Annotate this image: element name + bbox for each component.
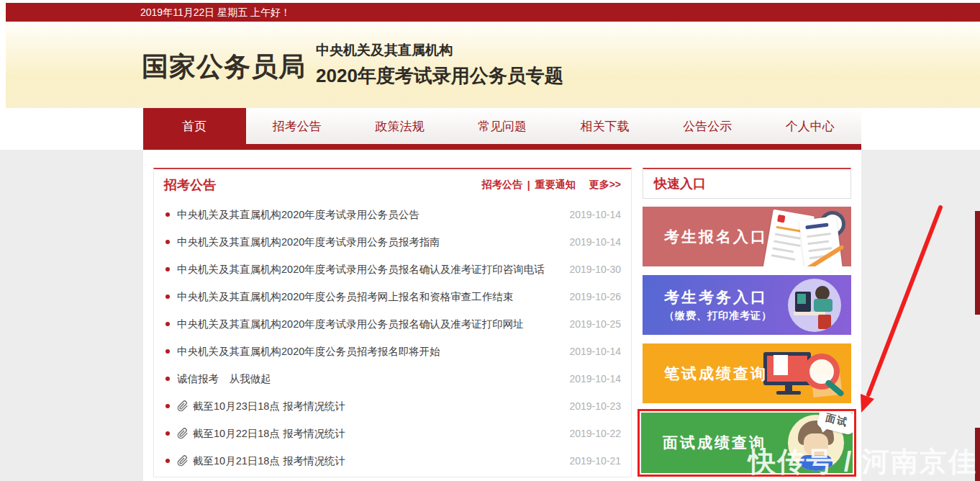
quick-entry-title: 快速入口 bbox=[654, 175, 706, 192]
filter-link-recruit[interactable]: 招考公告 bbox=[482, 179, 522, 192]
paperclip-icon bbox=[177, 455, 189, 467]
paperclip-icon bbox=[177, 400, 189, 412]
announcement-date: 2019-10-22 bbox=[569, 428, 621, 439]
announcement-row: 中央机关及其直属机构2020年度公务员招考网上报名和资格审查工作结束 2019-… bbox=[154, 283, 631, 310]
header-subtitle-line1: 中央机关及其直属机构 bbox=[316, 41, 453, 60]
date-greeting: 2019年11月22日 星期五 上午好！ bbox=[140, 3, 291, 22]
bullet-dot bbox=[165, 267, 170, 271]
header-subtitle-line2: 2020年度考试录用公务员专题 bbox=[316, 63, 563, 89]
announcement-date: 2019-10-21 bbox=[569, 455, 621, 467]
site-logo-text: 国家公务员局 bbox=[142, 49, 306, 85]
announcement-row: 中央机关及其直属机构2020年度考试录用公务员公告 2019-10-14 bbox=[154, 201, 631, 228]
tab-policies[interactable]: 政策法规 bbox=[348, 108, 451, 144]
bullet-dot bbox=[165, 349, 170, 354]
site-header: 国家公务员局 中央机关及其直属机构 2020年度考试录用公务员专题 bbox=[6, 22, 980, 108]
announcement-row: 截至10月23日18点 报考情况统计 2019-10-23 bbox=[154, 392, 631, 420]
banner-label: 笔试成绩查询 bbox=[664, 343, 768, 403]
bullet-dot bbox=[165, 404, 170, 408]
emblem-icon bbox=[777, 215, 786, 223]
announcements-filter-links: 招考公告 | 重要通知 更多>> bbox=[482, 179, 621, 192]
banner-label: 考生报名入口 bbox=[664, 207, 768, 266]
bullet-dot bbox=[165, 431, 170, 436]
announcement-link[interactable]: 中央机关及其直属机构2020年度考试录用公务员报考指南 bbox=[177, 235, 569, 249]
announcement-row: 中央机关及其直属机构2020年度考试录用公务员报名确认及准考证打印网址 2019… bbox=[154, 310, 631, 338]
announcement-row: 诚信报考 从我做起 2019-10-14 bbox=[154, 365, 631, 392]
announcements-list: 中央机关及其直属机构2020年度考试录用公务员公告 2019-10-14 中央机… bbox=[154, 201, 631, 475]
bullet-dot bbox=[165, 240, 170, 244]
quick-entry-banner-registration[interactable]: 考生报名入口 bbox=[643, 207, 851, 266]
announcements-panel: 招考公告 招考公告 | 重要通知 更多>> 中央机关及其直属机构2020年度考试… bbox=[153, 168, 632, 477]
announcement-link[interactable]: 中央机关及其直属机构2020年度公务员招考网上报名和资格审查工作结束 bbox=[177, 290, 569, 304]
bullet-dot bbox=[165, 459, 170, 463]
announcement-link[interactable]: 中央机关及其直属机构2020年度考试录用公务员公告 bbox=[177, 208, 569, 222]
nav-underline-bar bbox=[143, 144, 861, 150]
watermark: 快传号 / 河南京佳 bbox=[748, 444, 977, 480]
announcement-row: 中央机关及其直属机构2020年度公务员招考报名即将开始 2019-10-14 bbox=[154, 338, 631, 365]
announcement-link[interactable]: 诚信报考 从我做起 bbox=[177, 372, 569, 386]
tab-home[interactable]: 首页 bbox=[143, 108, 246, 144]
announcement-date: 2019-10-26 bbox=[569, 291, 621, 302]
tab-recruit-announcements[interactable]: 招考公告 bbox=[246, 108, 349, 144]
tab-downloads[interactable]: 相关下载 bbox=[553, 108, 656, 144]
announcement-row: 中央机关及其直属机构2020年度考试录用公务员报名确认及准考证打印咨询电话 20… bbox=[154, 256, 631, 283]
announcement-date: 2019-10-25 bbox=[569, 318, 621, 330]
announcement-link[interactable]: 截至10月21日18点 报考情况统计 bbox=[193, 454, 569, 468]
announcement-date: 2019-10-23 bbox=[569, 400, 621, 412]
quick-entry-header: 快速入口 bbox=[643, 168, 851, 199]
tab-faq[interactable]: 常见问题 bbox=[451, 108, 554, 144]
announcement-date: 2019-10-30 bbox=[569, 264, 621, 275]
announcements-title: 招考公告 bbox=[164, 176, 216, 194]
announcement-date: 2019-10-14 bbox=[569, 236, 621, 248]
paperclip-icon bbox=[177, 428, 189, 439]
announcement-date: 2019-10-14 bbox=[569, 209, 621, 220]
bullet-dot bbox=[165, 212, 170, 217]
floating-widget-edge bbox=[975, 211, 980, 315]
announcement-row: 中央机关及其直属机构2020年度考试录用公务员报考指南 2019-10-14 bbox=[154, 228, 631, 256]
topbar: 2019年11月22日 星期五 上午好！ bbox=[6, 3, 980, 22]
main-nav: 首页 招考公告 政策法规 常见问题 相关下载 公告公示 个人中心 bbox=[143, 108, 861, 144]
bullet-dot bbox=[165, 322, 170, 326]
announcement-link[interactable]: 中央机关及其直属机构2020年度考试录用公务员报名确认及准考证打印网址 bbox=[177, 318, 569, 331]
more-link[interactable]: 更多>> bbox=[589, 179, 621, 192]
announcement-link[interactable]: 截至10月23日18点 报考情况统计 bbox=[193, 400, 569, 413]
person-at-computer-icon bbox=[788, 279, 841, 332]
announcement-link[interactable]: 中央机关及其直属机构2020年度考试录用公务员报名确认及准考证打印咨询电话 bbox=[177, 263, 569, 277]
quick-entry-banner-written-score[interactable]: 笔试成绩查询 bbox=[643, 343, 851, 403]
quick-entry-banner-exam-affairs[interactable]: 考生考务入口 （缴费、打印准考证） bbox=[643, 275, 851, 335]
tab-personal-center[interactable]: 个人中心 bbox=[758, 108, 861, 144]
announcement-link[interactable]: 中央机关及其直属机构2020年度公务员招考报名即将开始 bbox=[177, 345, 569, 359]
banner-sublabel: （缴费、打印准考证） bbox=[664, 310, 772, 323]
filter-link-important[interactable]: 重要通知 bbox=[535, 179, 576, 192]
announcements-header: 招考公告 招考公告 | 重要通知 更多>> bbox=[154, 169, 631, 201]
bullet-dot bbox=[165, 377, 170, 381]
page: 2019年11月22日 星期五 上午好！ 国家公务员局 中央机关及其直属机构 2… bbox=[0, 0, 980, 481]
announcement-date: 2019-10-14 bbox=[569, 373, 621, 385]
announcement-row: 截至10月22日18点 报考情况统计 2019-10-22 bbox=[154, 420, 631, 447]
announcement-row: 截至10月21日18点 报考情况统计 2019-10-21 bbox=[154, 447, 631, 475]
tab-public-notices[interactable]: 公告公示 bbox=[656, 108, 759, 144]
announcement-link[interactable]: 截至10月22日18点 报考情况统计 bbox=[193, 427, 569, 441]
bullet-dot bbox=[165, 295, 170, 299]
announcement-date: 2019-10-14 bbox=[569, 346, 621, 357]
filter-separator: | bbox=[527, 179, 530, 191]
banner-label: 考生考务入口 （缴费、打印准考证） bbox=[664, 275, 772, 335]
